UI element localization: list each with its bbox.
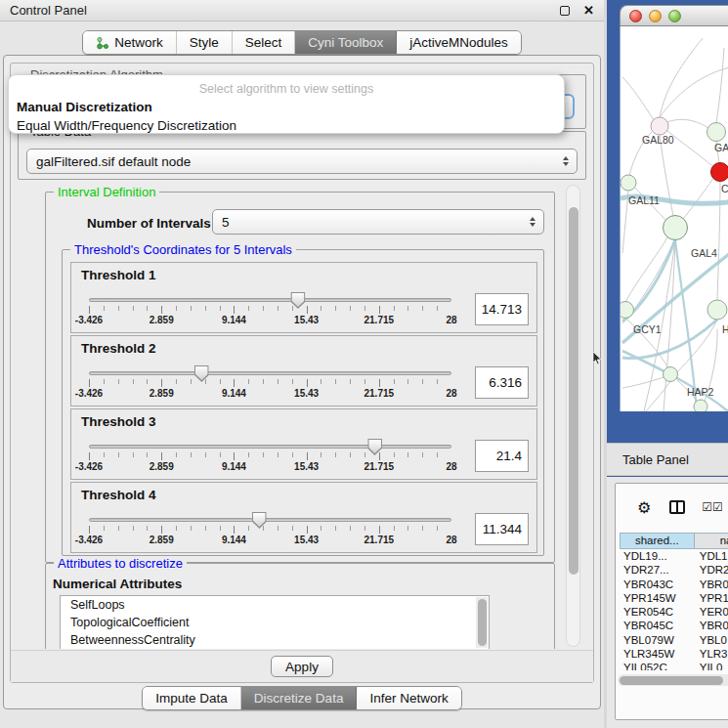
- column-header-shared[interactable]: shared...: [621, 534, 695, 548]
- thresholds-group: Threshold's Coordinates for 5 Intervals …: [62, 249, 544, 556]
- slider-scale-labels: -3.4262.8599.14415.4321.71528: [89, 535, 451, 547]
- table-row[interactable]: YDL19...YDL1: [620, 549, 728, 563]
- node-red-selected[interactable]: [711, 163, 728, 182]
- split-columns-icon[interactable]: [669, 500, 685, 514]
- numerical-attributes-list[interactable]: SelfLoops TopologicalCoefficient Between…: [60, 595, 490, 649]
- threshold-value-box[interactable]: 11.344: [475, 513, 529, 545]
- tab-impute-data[interactable]: Impute Data: [143, 687, 241, 709]
- table-horizontal-scrollbar[interactable]: [618, 674, 728, 686]
- tab-style[interactable]: Style: [177, 31, 233, 54]
- control-panel-titlebar: Control Panel ✕: [0, 0, 604, 21]
- threshold-slider[interactable]: -3.4262.8599.14415.4321.71528: [81, 360, 475, 405]
- node-ga[interactable]: [707, 123, 726, 142]
- table-row[interactable]: YBL079WYBL0: [620, 633, 728, 647]
- node-gcy1[interactable]: [621, 302, 634, 319]
- column-header-name[interactable]: na: [695, 534, 728, 548]
- table-row[interactable]: YBR043CYBR0: [620, 578, 728, 591]
- threshold-label: Threshold 2: [81, 341, 156, 356]
- threshold-value-box[interactable]: 14.713: [475, 293, 529, 325]
- node-label: GA: [714, 142, 728, 153]
- threshold-value-box[interactable]: 6.316: [475, 366, 529, 399]
- list-item[interactable]: TopologicalCoefficient: [61, 614, 489, 631]
- table-row[interactable]: YDR27...YDR2: [620, 563, 728, 577]
- node-hap2[interactable]: [664, 367, 678, 382]
- node-gal80[interactable]: [651, 117, 668, 135]
- slider-major-ticks: [89, 306, 451, 314]
- scrollbar-thumb[interactable]: [569, 207, 578, 575]
- gear-icon[interactable]: ⚙: [637, 498, 651, 517]
- list-item[interactable]: BetweennessCentrality: [61, 631, 489, 649]
- table-data-combo[interactable]: galFiltered.sif default node: [26, 149, 578, 174]
- number-of-intervals-combo[interactable]: 5: [212, 209, 544, 235]
- node-label: H: [722, 323, 728, 335]
- table-row[interactable]: YIL052CYIL0: [620, 661, 728, 670]
- top-tab-bar: Network Style Select Cyni Toolbox jActiv…: [0, 30, 604, 55]
- node-h[interactable]: [707, 300, 727, 320]
- threshold-slider[interactable]: -3.4262.8599.14415.4321.71528: [81, 506, 475, 551]
- table-row[interactable]: YBR045CYBR0: [620, 619, 728, 632]
- close-icon[interactable]: ✕: [583, 6, 594, 16]
- threshold-panel: Threshold 1 -3.4262.8599.14415.4321.7152…: [70, 262, 537, 333]
- list-item[interactable]: SelfLoops: [61, 596, 489, 614]
- tab-select[interactable]: Select: [233, 31, 296, 54]
- node-label: HAP2: [687, 386, 714, 398]
- threshold-panel: Threshold 2 -3.4262.8599.14415.4321.7152…: [70, 335, 537, 407]
- combo-value: galFiltered.sif default node: [36, 154, 191, 169]
- slider-scale-labels: -3.4262.8599.14415.4321.71528: [89, 461, 451, 474]
- slider-track[interactable]: [89, 371, 451, 375]
- control-panel: Control Panel ✕ Network Style Select Cyn…: [0, 0, 604, 728]
- slider-track[interactable]: [89, 298, 451, 302]
- node-bottom[interactable]: [694, 400, 707, 411]
- list-scrollbar[interactable]: [476, 597, 488, 648]
- table-panel-title: Table Panel: [622, 452, 689, 467]
- checked-checkboxes-icon[interactable]: ☑☑: [702, 500, 723, 514]
- dropdown-hint: Select algorithm to view settings: [9, 79, 564, 98]
- numerical-attributes-label: Numerical Attributes: [53, 577, 182, 591]
- mouse-cursor: [592, 352, 603, 365]
- threshold-panel: Threshold 3 -3.4262.8599.14415.4321.7152…: [70, 408, 537, 480]
- interval-definition-group: Interval Definition Number of Intervals …: [45, 192, 555, 563]
- threshold-label: Threshold 1: [81, 268, 156, 282]
- threshold-value-box[interactable]: 21.4: [475, 440, 529, 472]
- apply-button[interactable]: Apply: [271, 656, 333, 677]
- threshold-slider[interactable]: -3.4262.8599.14415.4321.71528: [81, 433, 475, 478]
- tab-jactivemnodules[interactable]: jActiveMNodules: [397, 31, 521, 54]
- float-window-icon[interactable]: [560, 6, 570, 16]
- tab-network[interactable]: Network: [83, 31, 177, 54]
- network-icon: [96, 36, 109, 50]
- slider-track[interactable]: [89, 445, 451, 449]
- tab-discretize-data[interactable]: Discretize Data: [241, 687, 358, 709]
- threshold-label: Threshold 4: [81, 488, 156, 502]
- combo-value: 5: [222, 215, 230, 230]
- threshold-panel: Threshold 4 -3.4262.8599.14415.4321.7152…: [70, 482, 537, 553]
- table-row[interactable]: YPR145WYPR1: [620, 591, 728, 605]
- tab-cyni-toolbox[interactable]: Cyni Toolbox: [295, 31, 397, 54]
- right-panel: GAL80 GA C GAL11 GAL4 GCY1 H HAP2 Table …: [604, 0, 728, 728]
- network-window-titlebar: [620, 5, 728, 26]
- apply-row: Apply: [11, 650, 593, 682]
- settings-scroll-area: Interval Definition Number of Intervals …: [13, 184, 590, 649]
- node-label: GAL80: [642, 134, 674, 146]
- dropdown-option-manual[interactable]: Manual Discretization: [9, 98, 564, 116]
- node-label: C: [721, 183, 728, 194]
- slider-scale-labels: -3.4262.8599.14415.4321.71528: [89, 388, 451, 401]
- scrollbar-thumb[interactable]: [620, 676, 723, 685]
- table-toolbar: ⚙ ☑☑: [616, 484, 728, 531]
- table-rows: YDL19...YDL1 YDR27...YDR2 YBR043CYBR0 YP…: [620, 549, 728, 670]
- node-gal11[interactable]: [621, 175, 636, 191]
- close-traffic-light-icon[interactable]: [629, 10, 642, 22]
- zoom-traffic-light-icon[interactable]: [668, 10, 681, 22]
- dropdown-option-equal-width[interactable]: Equal Width/Frequency Discretization: [9, 116, 564, 135]
- network-canvas[interactable]: GAL80 GA C GAL11 GAL4 GCY1 H HAP2: [620, 26, 728, 411]
- threshold-slider[interactable]: -3.4262.8599.14415.4321.71528: [81, 286, 475, 331]
- group-title: Attributes to discretize: [54, 556, 187, 571]
- node-gal4[interactable]: [664, 216, 688, 240]
- table-data-group: Table Data galFiltered.sif default node: [18, 131, 586, 180]
- settings-vertical-scrollbar[interactable]: [566, 185, 580, 647]
- attributes-group: Attributes to discretize Numerical Attri…: [45, 563, 555, 649]
- table-row[interactable]: YLR345WYLR3: [620, 647, 728, 661]
- slider-track[interactable]: [89, 518, 451, 522]
- minimize-traffic-light-icon[interactable]: [649, 10, 662, 22]
- table-row[interactable]: YER054CYER0: [620, 605, 728, 619]
- tab-infer-network[interactable]: Infer Network: [357, 687, 460, 709]
